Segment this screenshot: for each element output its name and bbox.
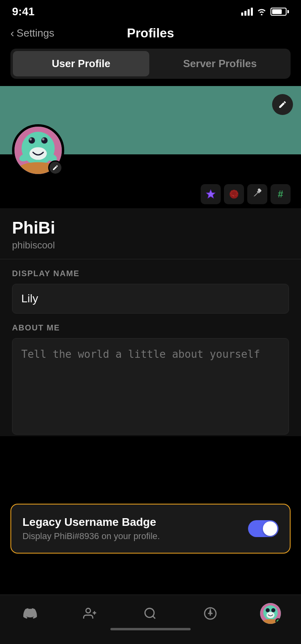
profile-avatar-icon <box>260 603 281 624</box>
search-icon <box>140 603 160 623</box>
status-time: 9:41 <box>12 5 35 18</box>
form-section: DISPLAY NAME ABOUT ME <box>0 259 301 436</box>
back-chevron-icon: ‹ <box>10 27 14 40</box>
status-bar: 9:41 <box>0 0 301 22</box>
wifi-icon <box>257 8 266 15</box>
back-label: Settings <box>16 27 54 39</box>
nav-item-search[interactable] <box>140 603 160 623</box>
display-name-field-group: DISPLAY NAME <box>12 259 289 314</box>
nav-item-friends[interactable] <box>80 603 100 623</box>
profile-banner <box>0 86 301 154</box>
svg-marker-12 <box>206 190 215 198</box>
svg-point-6 <box>29 138 32 141</box>
profile-username: phibiscool <box>12 240 289 251</box>
pencil-icon <box>278 100 287 109</box>
battery-icon <box>270 8 289 16</box>
nav-item-home[interactable] <box>20 603 40 623</box>
signal-bars-icon <box>241 8 253 16</box>
display-name-input[interactable] <box>12 284 289 314</box>
svg-point-28 <box>266 612 275 618</box>
nav-header: ‹ Settings Profiles <box>0 22 301 49</box>
hammer-badge <box>247 184 267 204</box>
about-me-label: ABOUT ME <box>12 323 289 332</box>
svg-point-15 <box>86 608 90 613</box>
edit-avatar-icon <box>52 164 59 171</box>
status-icons <box>241 8 289 16</box>
badges-row: # <box>0 178 301 208</box>
verified-badge <box>224 184 244 204</box>
tab-user-profile[interactable]: User Profile <box>13 51 149 76</box>
nitro-badge <box>201 184 221 204</box>
svg-point-7 <box>42 138 45 141</box>
svg-marker-23 <box>209 608 212 613</box>
server-badge: # <box>270 184 291 204</box>
compass-icon <box>200 603 220 623</box>
legacy-badge-card: Legacy Username Badge Display PhiBi#8936… <box>10 504 291 554</box>
about-me-field-group: ABOUT ME <box>12 314 289 436</box>
legacy-badge-title: Legacy Username Badge <box>22 516 240 529</box>
legacy-badge-toggle[interactable] <box>248 520 279 537</box>
svg-point-27 <box>271 608 275 612</box>
profile-display-name: PhiBi <box>12 219 289 237</box>
svg-point-5 <box>41 137 48 144</box>
nav-item-mentions[interactable] <box>200 603 220 623</box>
home-indicator <box>110 628 191 630</box>
svg-point-26 <box>266 608 270 612</box>
edit-avatar-button[interactable] <box>48 160 63 175</box>
profile-card: PhiBi phibiscool <box>0 208 301 259</box>
svg-point-4 <box>28 137 35 144</box>
svg-line-19 <box>153 616 155 619</box>
tab-server-profiles[interactable]: Server Profiles <box>152 51 288 76</box>
toggle-knob <box>263 521 277 536</box>
nav-item-profile[interactable] <box>260 603 281 624</box>
tab-selector: User Profile Server Profiles <box>10 49 291 79</box>
friends-icon <box>80 603 100 623</box>
edit-banner-button[interactable] <box>272 94 293 115</box>
legacy-badge-subtitle: Display PhiBi#8936 on your profile. <box>22 531 240 541</box>
svg-point-18 <box>145 608 154 617</box>
about-me-textarea[interactable] <box>12 338 289 435</box>
back-button[interactable]: ‹ Settings <box>10 27 54 40</box>
avatar-container <box>12 124 64 176</box>
display-name-label: DISPLAY NAME <box>12 269 289 278</box>
svg-point-8 <box>29 147 47 160</box>
page-title: Profiles <box>127 26 174 41</box>
discord-icon <box>20 603 40 623</box>
bottom-nav <box>0 595 301 644</box>
